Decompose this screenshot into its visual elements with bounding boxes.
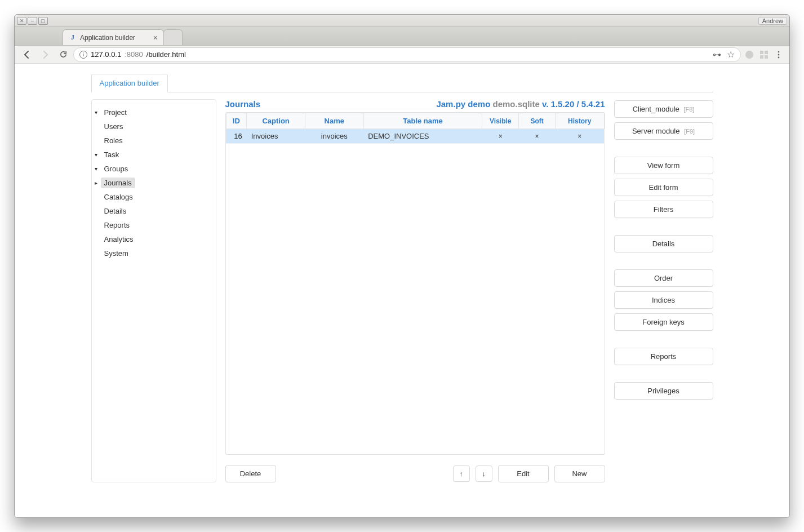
nav-reload-button[interactable]	[55, 48, 71, 61]
privileges-button[interactable]: Privileges	[614, 382, 713, 400]
tree-label: Task	[101, 149, 123, 160]
nav-forward-button[interactable]	[37, 48, 53, 61]
os-titlebar: ✕ – ▢ Andrew	[15, 15, 789, 27]
os-window: ✕ – ▢ Andrew J Application builder ×	[14, 14, 790, 518]
delete-button[interactable]: Delete	[225, 465, 276, 482]
tree-node-system[interactable]: System	[92, 246, 216, 260]
order-button[interactable]: Order	[614, 269, 713, 287]
arrow-left-icon	[23, 50, 32, 59]
omnibox[interactable]: i 127.0.0.1:8080/builder.html ⊶ ☆	[73, 47, 741, 62]
cell-soft: ×	[519, 129, 556, 144]
tree-label: Details	[101, 206, 130, 216]
star-icon[interactable]: ☆	[727, 49, 735, 60]
url-host: 127.0.0.1	[91, 50, 121, 59]
nav-back-button[interactable]	[19, 48, 35, 61]
profile-icon[interactable]	[743, 48, 756, 61]
svg-rect-2	[765, 51, 768, 54]
tree-node-reports[interactable]: Reports	[92, 218, 216, 232]
tree-node-analytics[interactable]: Analytics	[92, 232, 216, 246]
apps-icon[interactable]	[758, 48, 770, 61]
foreign-keys-button[interactable]: Foreign keys	[614, 313, 713, 331]
button-label: Client_module	[633, 105, 679, 113]
tree-node-groups[interactable]: ▾ Groups	[92, 162, 216, 176]
col-tablename[interactable]: Table name	[363, 113, 482, 129]
app-name: Jam.py demo	[436, 99, 490, 109]
reload-icon	[59, 50, 68, 59]
col-soft[interactable]: Soft	[519, 113, 556, 129]
window-close-button[interactable]: ✕	[17, 17, 26, 25]
page-title: Journals	[225, 99, 261, 109]
table-row[interactable]: 16 Invoices invoices DEMO_INVOICES × × ×	[226, 129, 604, 144]
svg-point-6	[778, 54, 780, 55]
version-label: v. 1.5.20 / 5.4.21	[542, 99, 605, 109]
tree-label: System	[101, 248, 132, 259]
tree-label: Reports	[101, 220, 134, 230]
table-header-row: ID Caption Name Table name Visible Soft …	[226, 113, 604, 129]
key-icon[interactable]: ⊶	[713, 50, 721, 60]
url-port: :8080	[125, 50, 143, 59]
tree-label: Roles	[101, 135, 126, 146]
chevron-down-icon: ▾	[92, 152, 101, 158]
center-header: Journals Jam.py demo demo.sqlite v. 1.5.…	[225, 99, 605, 109]
site-info-icon[interactable]: i	[79, 51, 87, 59]
cell-visible: ×	[482, 129, 519, 144]
cell-id: 16	[226, 129, 247, 144]
tree-label: Journals	[101, 178, 135, 188]
svg-rect-1	[760, 51, 763, 54]
col-id[interactable]: ID	[226, 113, 247, 129]
new-button[interactable]: New	[554, 465, 605, 482]
tree-label: Groups	[101, 163, 132, 174]
svg-point-5	[778, 51, 780, 52]
tree-label: Users	[101, 121, 127, 132]
bottom-toolbar: Delete ↑ ↓ Edit New	[225, 465, 605, 482]
col-history[interactable]: History	[556, 113, 604, 129]
cell-history: ×	[556, 129, 604, 144]
move-down-button[interactable]: ↓	[476, 466, 492, 482]
browser-new-tab[interactable]	[163, 29, 183, 45]
move-up-button[interactable]: ↑	[453, 466, 470, 482]
view-form-button[interactable]: View form	[614, 157, 713, 174]
tree-node-catalogs[interactable]: Catalogs	[92, 190, 216, 204]
window-maximize-button[interactable]: ▢	[38, 17, 48, 25]
shortcut-hint: [F8]	[683, 106, 694, 113]
reports-button[interactable]: Reports	[614, 348, 713, 365]
cell-tablename: DEMO_INVOICES	[363, 129, 482, 144]
svg-rect-3	[760, 55, 763, 59]
page-area: Application builder ▾ Project Users	[15, 64, 789, 517]
url-path: /builder.html	[146, 50, 186, 59]
menu-icon[interactable]	[772, 48, 785, 61]
shortcut-hint: [F9]	[684, 128, 695, 135]
client-module-button[interactable]: Client_module [F8]	[614, 100, 713, 118]
window-minimize-button[interactable]: –	[28, 17, 37, 25]
tree-label: Catalogs	[101, 192, 136, 202]
col-visible[interactable]: Visible	[482, 113, 519, 129]
arrow-right-icon	[41, 50, 50, 59]
svg-point-7	[778, 56, 780, 58]
tree-node-users[interactable]: Users	[92, 119, 216, 134]
project-tree: ▾ Project Users Roles ▾ Task	[91, 99, 216, 482]
tree-node-journals[interactable]: ▸ Journals	[92, 176, 216, 190]
tree-label: Project	[101, 107, 130, 118]
tree-node-roles[interactable]: Roles	[92, 134, 216, 148]
browser-tab-active[interactable]: J Application builder ×	[63, 29, 164, 45]
server-module-button[interactable]: Server module [F9]	[614, 122, 713, 140]
edit-button[interactable]: Edit	[498, 465, 549, 482]
tree-node-project[interactable]: ▾ Project	[92, 105, 216, 119]
edit-form-button[interactable]: Edit form	[614, 179, 713, 196]
tree-node-task[interactable]: ▾ Task	[92, 148, 216, 162]
close-icon[interactable]: ×	[153, 34, 158, 42]
details-button[interactable]: Details	[614, 235, 713, 252]
tree-label: Analytics	[101, 234, 137, 245]
col-name[interactable]: Name	[305, 113, 363, 129]
tab-application-builder[interactable]: Application builder	[91, 74, 168, 92]
chevron-down-icon: ▾	[92, 166, 101, 172]
indices-button[interactable]: Indices	[614, 291, 713, 309]
tree-node-details[interactable]: Details	[92, 204, 216, 218]
center-panel: Journals Jam.py demo demo.sqlite v. 1.5.…	[225, 99, 605, 482]
col-caption[interactable]: Caption	[247, 113, 305, 129]
button-label: Server module	[632, 127, 680, 135]
filters-button[interactable]: Filters	[614, 201, 713, 218]
favicon-icon: J	[69, 34, 77, 42]
os-user-label: Andrew	[758, 17, 787, 25]
items-grid: ID Caption Name Table name Visible Soft …	[225, 112, 605, 455]
